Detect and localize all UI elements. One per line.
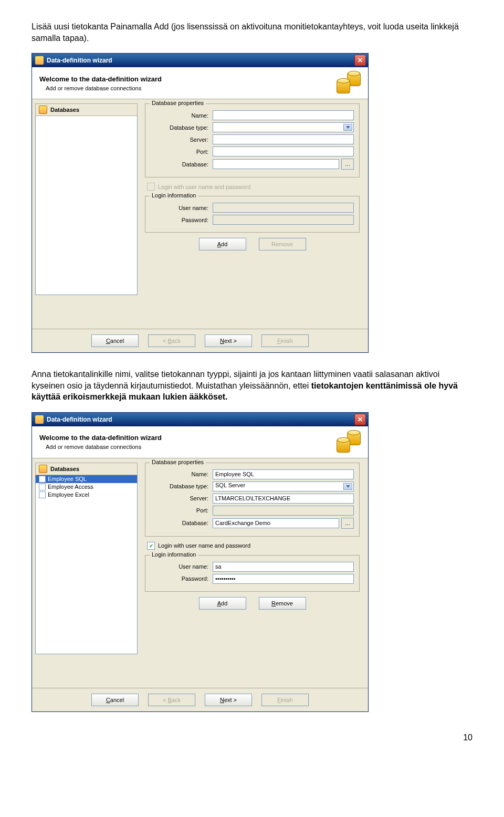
intro-paragraph-1: Lisää uusi tietokanta Painamalla Add (jo…: [32, 21, 472, 44]
label-name: Name:: [151, 112, 213, 119]
finish-button: Finish: [261, 694, 309, 706]
label-database: Database:: [151, 161, 213, 167]
db-props-legend: Database properties: [150, 459, 206, 465]
database-list[interactable]: [35, 116, 138, 295]
item-checkbox[interactable]: [39, 476, 46, 483]
label-username: User name:: [151, 563, 213, 570]
login-checkbox-label: Login with user name and password: [158, 542, 250, 549]
next-button[interactable]: Next >: [205, 694, 252, 706]
page-number: 10: [32, 733, 472, 742]
port-input[interactable]: [213, 146, 354, 156]
database-input[interactable]: [213, 518, 339, 528]
label-database-type: Database type:: [151, 483, 213, 489]
login-information-group: Login information User name: Password:: [145, 555, 360, 592]
database-icon: [39, 465, 47, 473]
remove-button: Remove: [259, 238, 306, 250]
login-legend: Login information: [150, 551, 198, 558]
cancel-button[interactable]: Cancel: [91, 694, 139, 706]
close-button[interactable]: ✕: [354, 414, 366, 425]
sidebar: Databases: [32, 99, 141, 299]
label-port: Port:: [151, 507, 213, 514]
sidebar-header-label: Databases: [50, 466, 79, 472]
label-server: Server:: [151, 495, 213, 501]
app-icon: [35, 415, 44, 424]
name-input[interactable]: [213, 469, 354, 479]
app-icon: [35, 56, 44, 65]
list-item[interactable]: Employee SQL: [36, 475, 137, 483]
database-type-value: SQL Server: [215, 482, 245, 488]
wizard-banner: Welcome to the data-definition wizard Ad…: [32, 426, 368, 458]
username-input[interactable]: [213, 562, 354, 572]
sidebar-header-label: Databases: [50, 107, 79, 113]
database-icon: [39, 106, 47, 114]
banner-subtitle: Add or remove database connections: [46, 85, 162, 91]
login-checkbox-row: ✔ Login with user name and password: [147, 542, 360, 550]
wizard-footer: Cancel < Back Next > Finish: [32, 329, 368, 352]
database-list[interactable]: Employee SQL Employee Access Employee Ex…: [35, 475, 138, 654]
titlebar: Data-definition wizard ✕: [32, 413, 368, 426]
next-button[interactable]: Next >: [205, 334, 252, 347]
cancel-button[interactable]: Cancel: [91, 334, 139, 347]
database-properties-group: Database properties Name: Database type:…: [145, 463, 360, 537]
finish-button: Finish: [261, 334, 309, 347]
window-title: Data-definition wizard: [47, 57, 112, 64]
back-button: < Back: [148, 334, 195, 347]
titlebar: Data-definition wizard ✕: [32, 54, 368, 67]
remove-button[interactable]: Remove: [259, 597, 306, 610]
login-information-group: Login information User name: Password:: [145, 196, 360, 233]
chevron-down-icon: [346, 485, 350, 488]
label-password: Password:: [151, 575, 213, 582]
name-input[interactable]: [213, 110, 354, 120]
browse-database-button[interactable]: …: [341, 159, 354, 170]
sidebar-header: Databases: [35, 103, 138, 116]
close-button[interactable]: ✕: [354, 55, 366, 66]
item-checkbox[interactable]: [39, 491, 46, 498]
close-icon: ✕: [358, 416, 363, 423]
banner-subtitle: Add or remove database connections: [46, 444, 162, 450]
label-password: Password:: [151, 217, 213, 223]
label-server: Server:: [151, 137, 213, 143]
banner-title: Welcome to the data-definition wizard: [39, 75, 162, 83]
wizard-footer: Cancel < Back Next > Finish: [32, 688, 368, 711]
list-item[interactable]: Employee Access: [36, 483, 137, 491]
window-title: Data-definition wizard: [47, 416, 112, 423]
add-button[interactable]: Add: [199, 597, 246, 610]
password-input: [213, 215, 354, 225]
list-item[interactable]: Employee Excel: [36, 491, 137, 499]
chevron-down-icon: [346, 126, 350, 129]
login-legend: Login information: [150, 192, 198, 198]
database-icon: [337, 72, 361, 93]
banner-title: Welcome to the data-definition wizard: [39, 434, 162, 442]
close-icon: ✕: [358, 57, 363, 64]
login-checkbox[interactable]: [147, 183, 155, 191]
label-port: Port:: [151, 149, 213, 155]
database-input[interactable]: [213, 159, 339, 169]
database-type-select[interactable]: SQL Server: [213, 481, 354, 491]
login-checkbox-label: Login with user name and password: [158, 184, 250, 190]
back-button: < Back: [148, 694, 195, 706]
sidebar-header: Databases: [35, 463, 138, 475]
wizard-banner: Welcome to the data-definition wizard Ad…: [32, 67, 368, 99]
browse-database-button[interactable]: …: [341, 518, 354, 529]
database-properties-group: Database properties Name: Database type:…: [145, 103, 360, 177]
label-name: Name:: [151, 471, 213, 477]
wizard-dialog-empty: Data-definition wizard ✕ Welcome to the …: [32, 53, 369, 353]
item-checkbox[interactable]: [39, 484, 46, 490]
username-input: [213, 203, 354, 213]
database-icon: [337, 432, 361, 453]
list-item-label: Employee Access: [48, 484, 93, 490]
wizard-dialog-filled: Data-definition wizard ✕ Welcome to the …: [32, 412, 369, 712]
login-checkbox-row: Login with user name and password: [147, 183, 360, 191]
login-checkbox[interactable]: ✔: [147, 542, 155, 550]
list-item-label: Employee SQL: [48, 476, 87, 482]
intro-paragraph-2: Anna tietokantalinkille nimi, valitse ti…: [32, 369, 472, 403]
label-database: Database:: [151, 520, 213, 526]
database-type-select[interactable]: [213, 122, 354, 132]
server-input[interactable]: [213, 494, 354, 504]
password-input[interactable]: [213, 574, 354, 584]
port-input: [213, 506, 354, 516]
add-button[interactable]: Add: [199, 238, 246, 250]
server-input[interactable]: [213, 134, 354, 144]
label-database-type: Database type:: [151, 124, 213, 131]
list-item-label: Employee Excel: [48, 491, 89, 498]
